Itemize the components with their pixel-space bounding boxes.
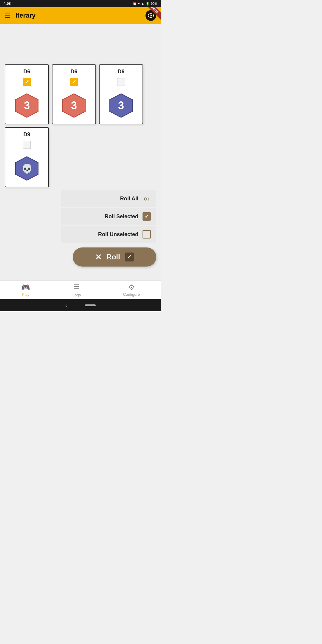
roll-btn-x-icon: ✕ bbox=[95, 253, 102, 262]
dice-4-hex: 💀 bbox=[13, 155, 40, 182]
infinity-icon: ∞ bbox=[144, 195, 150, 202]
configure-icon: ⚙ bbox=[128, 283, 135, 292]
play-label: Play bbox=[22, 292, 29, 297]
nav-logs[interactable]: Logs bbox=[66, 281, 87, 299]
dice-1-hex: 3 bbox=[13, 92, 40, 119]
dice-2-checkbox[interactable] bbox=[70, 78, 78, 86]
configure-label: Configure bbox=[123, 292, 140, 297]
status-time: 4:58 bbox=[4, 1, 11, 6]
battery-percent: 90% bbox=[151, 2, 157, 5]
dice-card-4[interactable]: D9 💀 bbox=[5, 127, 49, 187]
dice-4-skull: 💀 bbox=[21, 163, 32, 174]
logs-label: Logs bbox=[72, 293, 81, 297]
app-title: Iterary bbox=[16, 12, 35, 19]
dice-3-hex: 3 bbox=[108, 92, 134, 119]
app-bar-left: ☰ Iterary bbox=[5, 12, 35, 19]
roll-all-icon: ∞ bbox=[142, 194, 151, 203]
dice-2-type: D6 bbox=[70, 69, 77, 75]
battery-icon: 🔋 bbox=[145, 2, 150, 6]
dice-1-type: D6 bbox=[23, 69, 30, 75]
roll-unselected-icon bbox=[142, 230, 151, 239]
dice-card-3[interactable]: D6 3 bbox=[99, 64, 143, 124]
logs-icon bbox=[73, 283, 80, 292]
empty-box-icon bbox=[143, 230, 151, 239]
roll-all-label: Roll All bbox=[120, 196, 138, 202]
roll-selected-option[interactable]: Roll Selected bbox=[61, 208, 156, 225]
dice-3-value: 3 bbox=[118, 99, 124, 112]
nav-play[interactable]: 🎮 Play bbox=[15, 281, 36, 298]
main-content: D6 3 D6 3 bbox=[0, 24, 161, 280]
dice-card-1[interactable]: D6 3 bbox=[5, 64, 49, 124]
top-spacer bbox=[5, 29, 156, 64]
bottom-nav: 🎮 Play Logs ⚙ Configure bbox=[0, 280, 161, 299]
dice-grid: D6 3 D6 3 bbox=[5, 64, 156, 187]
roll-selected-label: Roll Selected bbox=[105, 213, 138, 220]
roll-unselected-label: Roll Unselected bbox=[98, 231, 138, 238]
signal-icon: ▲ bbox=[141, 2, 144, 5]
status-bar: 4:58 ⏰ ▾ ▲ 🔋 90% bbox=[0, 0, 161, 7]
roll-options-area: Roll All ∞ Roll Selected Roll Unselected bbox=[5, 190, 156, 244]
dice-2-value: 3 bbox=[71, 99, 77, 112]
app-bar: ☰ Iterary DEBUG bbox=[0, 7, 161, 24]
svg-point-2 bbox=[151, 15, 151, 16]
roll-button[interactable]: ✕ Roll bbox=[73, 247, 156, 267]
dice-2-hex: 3 bbox=[61, 92, 87, 119]
roll-unselected-option[interactable]: Roll Unselected bbox=[61, 226, 156, 243]
alarm-icon: ⏰ bbox=[133, 2, 137, 6]
play-icon: 🎮 bbox=[21, 283, 30, 292]
system-nav: ‹ bbox=[0, 299, 161, 311]
roll-button-row: ✕ Roll bbox=[5, 247, 156, 267]
wifi-icon: ▾ bbox=[138, 2, 140, 6]
roll-btn-label: Roll bbox=[106, 253, 120, 261]
checked-box-icon bbox=[143, 212, 151, 221]
menu-icon[interactable]: ☰ bbox=[5, 12, 11, 19]
roll-selected-icon bbox=[142, 212, 151, 221]
status-icons: ⏰ ▾ ▲ 🔋 90% bbox=[133, 2, 157, 6]
dice-4-type: D9 bbox=[23, 131, 30, 138]
nav-configure[interactable]: ⚙ Configure bbox=[117, 281, 146, 298]
dice-1-value: 3 bbox=[24, 99, 30, 112]
dice-3-checkbox[interactable] bbox=[117, 78, 125, 86]
back-button[interactable]: ‹ bbox=[65, 302, 67, 309]
dice-card-2[interactable]: D6 3 bbox=[52, 64, 96, 124]
dice-4-checkbox[interactable] bbox=[23, 141, 31, 149]
home-indicator[interactable] bbox=[85, 304, 96, 306]
dice-1-checkbox[interactable] bbox=[23, 78, 31, 86]
roll-all-option[interactable]: Roll All ∞ bbox=[61, 190, 156, 207]
dice-3-type: D6 bbox=[117, 69, 124, 75]
roll-btn-check-icon bbox=[125, 253, 134, 261]
